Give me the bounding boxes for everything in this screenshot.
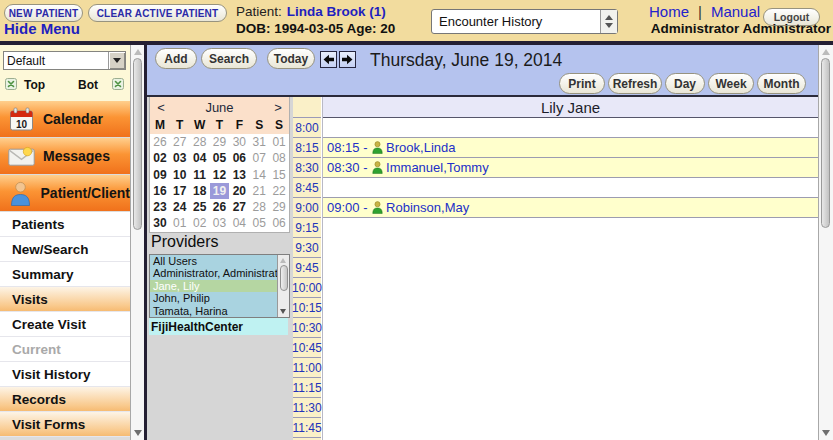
next-day-button[interactable]	[339, 51, 356, 68]
sidebar-scrollbar[interactable]	[130, 45, 144, 440]
prev-month-link[interactable]: <	[150, 100, 172, 115]
calendar-day[interactable]: 14	[249, 167, 269, 183]
calendar-day[interactable]: 30	[229, 134, 249, 150]
calendar-day[interactable]: 28	[249, 199, 269, 215]
calendar-day[interactable]: 02	[150, 150, 170, 166]
calendar-day[interactable]: 01	[170, 215, 190, 231]
calendar-day[interactable]: 24	[170, 199, 190, 215]
calendar-day[interactable]: 21	[249, 183, 269, 199]
provider-option[interactable]: Jane, Lily	[150, 280, 289, 292]
day-view-button[interactable]: Day	[665, 73, 705, 94]
scroll-down-icon[interactable]	[134, 430, 142, 436]
calendar-day[interactable]: 25	[190, 199, 210, 215]
sidebar-item-new-search[interactable]: New/Search	[0, 237, 130, 262]
patient-name-link[interactable]: Linda Brook (1)	[287, 4, 386, 19]
calendar-day[interactable]: 26	[210, 199, 230, 215]
sidebar-item-create-visit[interactable]: Create Visit	[0, 312, 130, 337]
facility-label[interactable]: FijiHealthCenter	[149, 318, 288, 335]
calendar-day[interactable]: 18	[190, 183, 210, 199]
encounter-history-select[interactable]: Encounter History	[431, 9, 618, 34]
provider-option[interactable]: John, Philip	[150, 292, 289, 304]
green-x-icon[interactable]	[112, 78, 124, 90]
providers-scrollbar[interactable]	[277, 255, 289, 317]
scrollbar-thumb[interactable]	[821, 58, 830, 228]
home-link[interactable]: Home	[649, 3, 689, 20]
sidebar-item-messages[interactable]: Messages	[0, 138, 130, 174]
calendar-day[interactable]: 12	[210, 167, 230, 183]
add-button[interactable]: Add	[155, 48, 197, 69]
provider-option[interactable]: All Users	[150, 255, 289, 267]
time-slot[interactable]: 11:15	[293, 378, 321, 398]
calendar-day[interactable]: 22	[269, 183, 289, 199]
calendar-day[interactable]: 10	[170, 167, 190, 183]
time-slot[interactable]: 8:00	[293, 118, 321, 138]
scrollbar-thumb[interactable]	[280, 265, 288, 291]
calendar-day[interactable]: 02	[190, 215, 210, 231]
dropdown-arrow-icon[interactable]	[108, 52, 125, 69]
appointment-patient-link[interactable]: Immanuel,Tommy	[386, 160, 489, 175]
calendar-day[interactable]: 16	[150, 183, 170, 199]
next-month-link[interactable]: >	[267, 100, 289, 115]
sidebar-item-visits[interactable]: Visits	[0, 287, 130, 312]
provider-option[interactable]: Tamata, Harina	[150, 305, 289, 317]
time-slot[interactable]: 8:30	[293, 158, 321, 178]
time-slot[interactable]: 9:45	[293, 258, 321, 278]
time-slot[interactable]: 10:30	[293, 318, 321, 338]
today-button[interactable]: Today	[267, 48, 315, 69]
calendar-day[interactable]: 26	[150, 134, 170, 150]
time-slot[interactable]: 9:30	[293, 238, 321, 258]
calendar-day[interactable]: 06	[229, 150, 249, 166]
month-view-button[interactable]: Month	[757, 73, 806, 94]
calendar-day[interactable]: 29	[210, 134, 230, 150]
select-spinner[interactable]	[600, 10, 617, 33]
provider-option[interactable]: Administrator, Administrator	[150, 267, 289, 279]
calendar-day[interactable]: 29	[269, 199, 289, 215]
calendar-day[interactable]: 17	[170, 183, 190, 199]
month-label[interactable]: June	[172, 100, 267, 115]
sidebar-item-records[interactable]: Records	[0, 387, 130, 412]
calendar-day[interactable]: 23	[150, 199, 170, 215]
time-slot[interactable]: 11:45	[293, 418, 321, 438]
calendar-day[interactable]: 15	[269, 167, 289, 183]
sidebar-item-patient-client[interactable]: Patient/Client	[0, 175, 130, 211]
week-view-button[interactable]: Week	[708, 73, 754, 94]
calendar-day[interactable]: 20	[229, 183, 249, 199]
appointment-patient-link[interactable]: Brook,Linda	[386, 140, 455, 155]
calendar-day[interactable]: 13	[229, 167, 249, 183]
time-slot[interactable]: 10:15	[293, 298, 321, 318]
calendar-day[interactable]: 27	[229, 199, 249, 215]
time-slot[interactable]: 11:30	[293, 398, 321, 418]
schedule-row[interactable]: 09:00 - Robinson,May	[323, 198, 818, 218]
calendar-day[interactable]: 03	[210, 215, 230, 231]
scroll-up-icon[interactable]	[134, 49, 142, 55]
appointment-patient-link[interactable]: Robinson,May	[386, 200, 469, 215]
calendar-day[interactable]: 03	[170, 150, 190, 166]
scrollbar-thumb[interactable]	[133, 58, 142, 230]
time-slot[interactable]: 9:00	[293, 198, 321, 218]
manual-link[interactable]: Manual	[711, 3, 760, 20]
calendar-day[interactable]: 31	[249, 134, 269, 150]
previous-day-button[interactable]	[320, 51, 337, 68]
calendar-day[interactable]: 08	[269, 150, 289, 166]
time-slot[interactable]: 9:15	[293, 218, 321, 238]
calendar-day[interactable]: 19	[210, 183, 230, 199]
sidebar-item-summary[interactable]: Summary	[0, 262, 130, 287]
green-x-icon[interactable]	[5, 78, 17, 90]
time-slot[interactable]: 10:00	[293, 278, 321, 298]
main-scrollbar[interactable]	[818, 45, 833, 440]
sidebar-item-visit-forms[interactable]: Visit Forms	[0, 412, 130, 437]
scroll-down-icon[interactable]	[280, 309, 286, 314]
time-slot[interactable]: 11:00	[293, 358, 321, 378]
scroll-up-icon[interactable]	[822, 49, 830, 55]
calendar-day[interactable]: 11	[190, 167, 210, 183]
calendar-day[interactable]: 28	[190, 134, 210, 150]
hide-menu-link[interactable]: Hide Menu	[4, 20, 80, 37]
time-slot[interactable]: 10:45	[293, 338, 321, 358]
time-slot[interactable]: 8:45	[293, 178, 321, 198]
schedule-row[interactable]: 08:30 - Immanuel,Tommy	[323, 158, 818, 178]
sidebar-item-patients[interactable]: Patients	[0, 212, 130, 237]
calendar-day[interactable]: 09	[150, 167, 170, 183]
sidebar-item-calendar[interactable]: 10Calendar	[0, 101, 130, 137]
calendar-day[interactable]: 01	[269, 134, 289, 150]
calendar-day[interactable]: 30	[150, 215, 170, 231]
